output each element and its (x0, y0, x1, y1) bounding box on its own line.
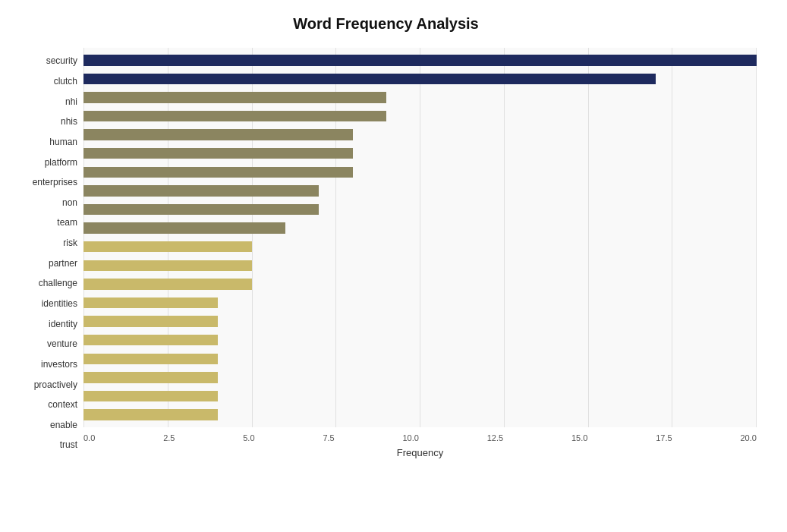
y-axis-label: challenge (39, 279, 77, 288)
bar-row (83, 144, 757, 163)
bar-row (83, 238, 757, 257)
y-axis-label: identities (42, 299, 77, 308)
bar-row (83, 275, 757, 294)
y-axis-label: identity (49, 320, 77, 329)
bar (83, 167, 353, 178)
bar (83, 55, 757, 65)
bar-row (83, 70, 757, 89)
bar-row (83, 88, 757, 107)
bar (83, 185, 319, 196)
y-axis-label: security (46, 56, 77, 65)
bar (83, 129, 353, 140)
y-axis-label: non (62, 198, 77, 207)
y-axis-label: risk (63, 238, 77, 247)
y-axis-label: human (49, 137, 77, 146)
bar (83, 241, 252, 252)
bars-wrapper (83, 48, 757, 427)
bar-row (83, 294, 757, 313)
y-axis-label: trust (60, 440, 77, 449)
y-axis-label: proactively (34, 380, 77, 389)
y-axis-label: context (48, 400, 77, 409)
bar (83, 74, 656, 84)
bar-row (83, 107, 757, 126)
bars-container (83, 48, 757, 427)
bar (83, 111, 386, 121)
bar-row (83, 368, 757, 387)
x-axis-label: Frequency (83, 447, 757, 458)
bar (83, 391, 218, 401)
bar-row (83, 312, 757, 331)
y-axis: securityclutchnhinhishumanplatformenterp… (15, 48, 83, 458)
bar (83, 354, 218, 364)
bar (83, 297, 218, 308)
bar (83, 335, 218, 345)
x-tick-label: 10.0 (403, 433, 419, 442)
bar-row (83, 181, 757, 200)
x-axis: 0.02.55.07.510.012.515.017.520.0 Frequen… (83, 430, 757, 458)
bar (83, 222, 285, 233)
bar (83, 372, 218, 382)
x-tick-label: 7.5 (323, 433, 334, 442)
bar (83, 92, 386, 102)
bar (83, 409, 218, 420)
plot-area: 0.02.55.07.510.012.515.017.520.0 Frequen… (83, 48, 757, 458)
y-axis-label: platform (45, 158, 77, 167)
x-tick-label: 17.5 (656, 433, 672, 442)
y-axis-label: partner (49, 259, 77, 268)
x-tick-label: 12.5 (487, 433, 503, 442)
chart-area: securityclutchnhinhishumanplatformenterp… (15, 48, 757, 458)
y-axis-label: investors (41, 360, 77, 369)
bar-row (83, 219, 757, 238)
bar-row (83, 163, 757, 182)
bar (83, 279, 252, 289)
chart-container: Word Frequency Analysis securityclutchnh… (0, 0, 787, 532)
x-tick-label: 15.0 (571, 433, 587, 442)
x-tick-label: 0.0 (83, 433, 95, 442)
x-tick-label: 20.0 (741, 433, 757, 442)
y-axis-label: nhis (61, 117, 77, 126)
y-axis-label: clutch (54, 77, 77, 86)
y-axis-label: enterprises (33, 178, 77, 187)
bar-row (83, 125, 757, 144)
bar (83, 260, 252, 271)
bar-row (83, 331, 757, 350)
bar-row (83, 257, 757, 275)
y-axis-label: nhi (65, 97, 77, 106)
bar-row (83, 350, 757, 369)
bar-row (83, 200, 757, 219)
bar (83, 316, 218, 326)
y-axis-label: venture (47, 339, 77, 348)
y-axis-label: team (57, 218, 77, 227)
x-tick-label: 2.5 (163, 433, 175, 442)
bar-row (83, 387, 757, 406)
bar (83, 148, 353, 159)
x-ticks: 0.02.55.07.510.012.515.017.520.0 (83, 430, 757, 444)
y-axis-label: enable (50, 420, 77, 430)
chart-title: Word Frequency Analysis (15, 15, 757, 33)
bar (83, 204, 319, 215)
bar-row (83, 51, 757, 70)
x-tick-label: 5.0 (243, 433, 254, 442)
bar-row (83, 405, 757, 424)
